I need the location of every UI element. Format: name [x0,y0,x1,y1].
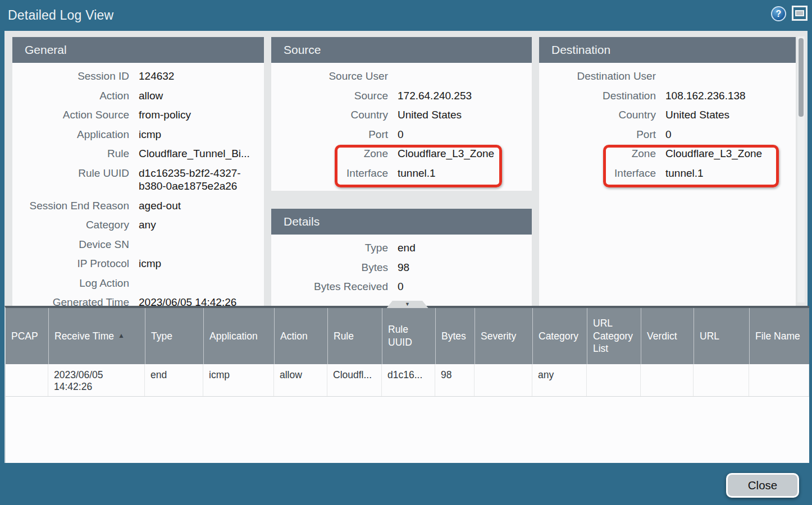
field-value: 98 [398,261,409,274]
row-bytes: Bytes98 [271,261,532,274]
field-value: icmp [139,128,161,141]
row-action-source: Action Sourcefrom-policy [12,108,264,122]
column-header-verdict[interactable]: Verdict [641,308,694,364]
column-header-pcap[interactable]: PCAP [6,308,48,364]
field-label: Action [12,89,129,103]
field-label: Session ID [12,70,129,83]
column-header-file-name[interactable]: File Name [749,308,809,364]
row-destination-user: Destination User [539,70,796,83]
field-label: Zone [539,147,656,160]
close-button[interactable]: Close [726,473,799,498]
cell-receive-time: 2023/06/05 14:42:26 [48,364,145,396]
cell-category: any [532,364,587,396]
row-zone: ZoneCloudflare_L3_Zone [539,147,796,160]
field-value: 0 [665,128,672,141]
splitter-handle[interactable]: ▼ [387,301,428,308]
log-table-header: PCAP Receive Time▲ Type Application Acti… [6,308,809,364]
field-label: Bytes [271,261,388,274]
column-header-type[interactable]: Type [145,308,203,364]
log-table: ▼ PCAP Receive Time▲ Type Application Ac… [4,306,809,463]
field-label: Type [271,241,388,255]
row-country: CountryUnited States [271,108,532,122]
column-header-url[interactable]: URL [694,308,749,364]
row-application: Applicationicmp [12,128,264,141]
field-label: Port [271,128,388,141]
row-rule-uuid: Rule UUIDd1c16235-b2f2-4327-b380-0ae1875… [12,167,264,193]
destination-panel-header: Destination [539,37,796,63]
general-panel: General Session ID124632 Actionallow Act… [12,37,264,306]
row-session-id: Session ID124632 [12,70,264,83]
details-panel: Details Typeend Bytes98 Bytes Received0 [271,209,532,306]
row-ip-protocol: IP Protocolicmp [12,257,264,270]
help-icon[interactable]: ? [771,6,786,21]
row-bytes-received: Bytes Received0 [271,280,532,293]
panels-scrollbar[interactable] [797,36,805,302]
window-restore-icon[interactable] [792,6,808,21]
row-session-end-reason: Session End Reasonaged-out [12,199,264,213]
window-restore-icon-inner [795,10,804,16]
field-label: Source [271,89,388,103]
field-label: Rule [12,147,129,160]
source-panel-header: Source [271,37,532,63]
field-label: Rule UUID [12,167,129,180]
source-panel: Source Source User Source172.64.240.253 … [271,37,532,191]
column-header-bytes[interactable]: Bytes [435,308,475,364]
field-label: Application [12,128,129,141]
row-port: Port0 [539,128,796,141]
field-label: Bytes Received [271,280,388,293]
column-header-category[interactable]: Category [532,308,587,364]
row-device-sn: Device SN [12,238,264,251]
detail-panels-region: General Session ID124632 Actionallow Act… [4,31,808,306]
details-panel-body: Typeend Bytes98 Bytes Received0 [271,235,532,306]
field-value: icmp [139,257,161,270]
row-rule: RuleCloudflare_Tunnel_Bi... [12,147,264,160]
panels-scrollbar-thumb[interactable] [799,38,804,117]
field-value: allow [139,89,163,103]
field-label: Country [539,108,656,122]
field-value: United States [398,108,462,122]
field-label: Source User [271,70,388,83]
field-label: Port [539,128,656,141]
column-header-action[interactable]: Action [274,308,327,364]
column-header-url-category-list[interactable]: URL Category List [587,308,641,364]
field-label: Session End Reason [12,199,129,213]
destination-panel: Destination Destination User Destination… [539,37,796,306]
row-generated-time: Generated Time2023/06/05 14:42:26 [12,296,264,306]
row-destination: Destination108.162.236.138 [539,89,796,103]
table-row[interactable]: 2023/06/05 14:42:26 end icmp allow Cloud… [6,364,809,397]
cell-bytes: 98 [435,364,475,396]
column-header-rule-uuid[interactable]: Rule UUID [382,308,435,364]
cell-rule: Cloudfl... [327,364,382,396]
field-label: Action Source [12,108,129,122]
help-icon-glyph: ? [776,9,782,19]
field-value: tunnel.1 [398,167,436,180]
row-source-user: Source User [271,70,532,83]
cell-application: icmp [203,364,274,396]
field-value: any [139,218,156,232]
field-value: 108.162.236.138 [665,89,746,103]
field-label: Generated Time [12,296,129,306]
field-value: 2023/06/05 14:42:26 [139,296,236,306]
field-value: 0 [398,128,404,141]
field-label: Destination User [539,70,656,83]
field-label: Zone [271,147,388,160]
field-label: IP Protocol [12,257,129,270]
page-title: Detailed Log View [8,8,113,23]
column-header-application[interactable]: Application [203,308,274,364]
field-value: aged-out [139,199,181,213]
column-header-severity[interactable]: Severity [475,308,532,364]
column-header-receive-time[interactable]: Receive Time▲ [48,308,145,364]
row-zone: ZoneCloudflare_L3_Zone [271,147,532,160]
row-category: Categoryany [12,218,264,232]
cell-url-category-list [587,364,641,396]
cell-pcap [6,364,48,396]
column-header-rule[interactable]: Rule [327,308,382,364]
details-panel-header: Details [271,209,532,235]
row-country: CountryUnited States [539,108,796,122]
field-value: Cloudflare_L3_Zone [665,147,762,160]
field-value: Cloudflare_Tunnel_Bi... [139,147,250,160]
field-label: Device SN [12,238,129,251]
field-label: Interface [271,167,388,180]
row-type: Typeend [271,241,532,255]
close-button-label: Close [748,479,777,492]
